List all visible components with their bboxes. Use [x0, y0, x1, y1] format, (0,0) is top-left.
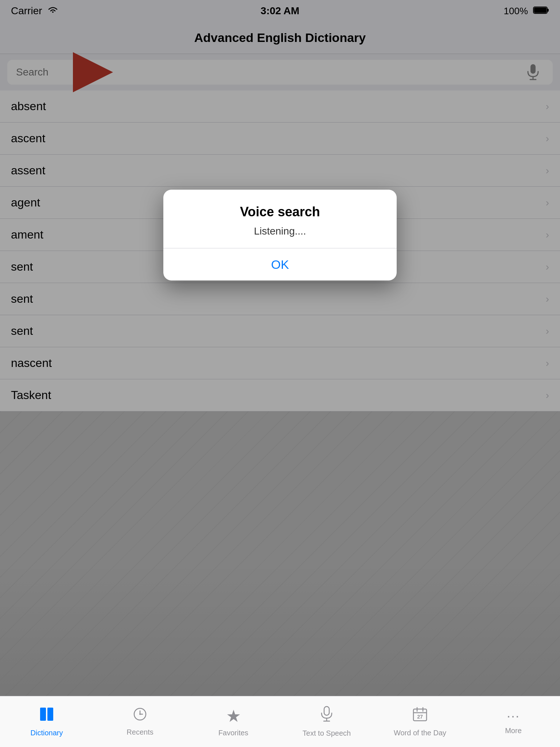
tab-wotd-label: Word of the Day [394, 729, 446, 737]
tab-more[interactable]: ··· More [467, 696, 560, 747]
modal-overlay: Voice search Listening.... OK [0, 0, 560, 747]
svg-rect-6 [40, 708, 46, 721]
tab-tts-label: Text to Speech [303, 729, 351, 738]
more-icon: ··· [507, 708, 520, 724]
tab-dictionary-label: Dictionary [31, 729, 63, 737]
svg-rect-10 [324, 707, 329, 715]
tab-recents[interactable]: Recents [93, 696, 187, 747]
tab-favorites[interactable]: ★ Favorites [187, 696, 280, 747]
tab-wotd[interactable]: 27 Word of the Day [373, 696, 467, 747]
tab-recents-label: Recents [127, 728, 153, 736]
tab-more-label: More [505, 727, 522, 735]
tab-bar: Dictionary Recents ★ Favorites [0, 696, 560, 747]
wotd-icon: 27 [412, 706, 428, 726]
svg-text:27: 27 [417, 714, 423, 720]
tts-icon [320, 706, 333, 726]
ok-button[interactable]: OK [163, 248, 397, 280]
modal-title: Voice search [178, 204, 382, 220]
dictionary-icon [39, 706, 55, 726]
modal-message: Listening.... [178, 225, 382, 237]
svg-point-9 [139, 713, 141, 715]
tab-favorites-label: Favorites [218, 729, 248, 737]
favorites-icon: ★ [226, 706, 241, 726]
recents-icon [133, 707, 147, 725]
tab-dictionary[interactable]: Dictionary [0, 696, 93, 747]
modal-actions: OK [163, 248, 397, 280]
modal-body: Voice search Listening.... [163, 190, 397, 248]
tab-tts[interactable]: Text to Speech [280, 696, 373, 747]
voice-search-dialog: Voice search Listening.... OK [163, 190, 397, 280]
svg-rect-7 [47, 708, 53, 721]
